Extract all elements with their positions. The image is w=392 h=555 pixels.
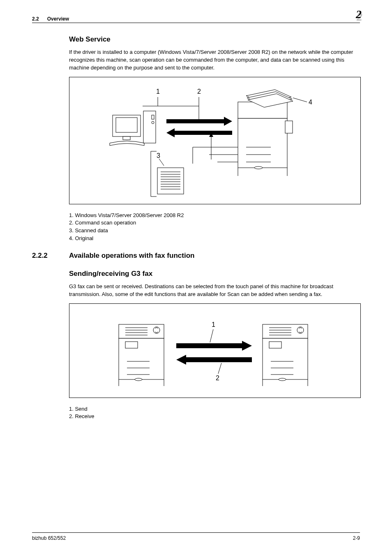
svg-rect-72 xyxy=(186,357,252,362)
legend-item: 2. Receive xyxy=(69,413,360,421)
mfp-left-icon xyxy=(119,324,164,386)
svg-line-22 xyxy=(293,98,307,102)
svg-point-47 xyxy=(135,378,142,381)
svg-rect-11 xyxy=(175,131,232,135)
legend-item: 2. Command scan operation xyxy=(69,219,360,227)
svg-rect-15 xyxy=(285,121,293,133)
legend-item: 1. Send xyxy=(69,405,360,413)
svg-rect-7 xyxy=(152,115,154,119)
svg-line-37 xyxy=(159,159,164,166)
svg-point-19 xyxy=(254,166,263,169)
chapter-badge: 2 xyxy=(356,8,362,21)
svg-rect-4 xyxy=(116,118,137,132)
svg-point-8 xyxy=(152,121,154,124)
g3-fax-heading: Sending/receiving G3 fax xyxy=(69,270,360,278)
g3-fax-paragraph: G3 fax can be sent or received. Destinat… xyxy=(69,283,360,298)
arrow-right-icon xyxy=(176,341,252,351)
arrow-right-icon xyxy=(166,117,232,126)
callout-2: 2 xyxy=(216,375,219,382)
legend-item: 1. Windows Vista/7/Server 2008/Server 20… xyxy=(69,212,360,220)
svg-rect-9 xyxy=(166,119,224,123)
section-number: 2.2.2 xyxy=(32,252,58,260)
callout-1: 1 xyxy=(212,321,215,328)
callout-2: 2 xyxy=(197,88,201,95)
svg-rect-5 xyxy=(123,136,130,140)
svg-marker-71 xyxy=(242,341,252,351)
figure-a-legend: 1. Windows Vista/7/Server 2008/Server 20… xyxy=(69,212,360,243)
svg-rect-69 xyxy=(269,342,281,348)
header-section-num: 2.2 xyxy=(32,16,39,22)
web-service-heading: Web Service xyxy=(69,35,360,44)
legend-item: 3. Scanned data xyxy=(69,227,360,235)
data-block-icon xyxy=(157,168,184,194)
arrow-left-icon xyxy=(166,128,232,137)
svg-line-75 xyxy=(218,363,221,374)
svg-marker-12 xyxy=(166,128,175,137)
page-header: 2.2 Overview 2 2 xyxy=(32,0,360,23)
callout-4: 4 xyxy=(309,99,312,106)
footer-left: bizhub 652/552 xyxy=(32,535,66,541)
callout-1: 1 xyxy=(156,88,160,95)
page-footer: bizhub 652/552 2-9 xyxy=(32,532,360,541)
header-section-title: Overview xyxy=(47,16,69,22)
figure-b-legend: 1. Send 2. Receive xyxy=(69,405,360,421)
figure-g3-fax: 1 2 xyxy=(69,303,361,398)
svg-rect-55 xyxy=(125,342,138,348)
svg-marker-73 xyxy=(176,355,186,365)
legend-item: 4. Original xyxy=(69,235,360,243)
computer-icon xyxy=(110,111,156,146)
mfp-right-icon xyxy=(263,324,308,386)
mfp-icon xyxy=(238,102,293,176)
svg-rect-70 xyxy=(176,343,242,348)
web-service-paragraph: If the driver is installed to a computer… xyxy=(69,49,360,72)
svg-line-74 xyxy=(210,329,213,342)
svg-rect-14 xyxy=(238,118,287,168)
callout-3: 3 xyxy=(157,152,160,159)
svg-point-61 xyxy=(279,378,286,381)
arrow-left-icon xyxy=(176,355,252,365)
section-title: Available operations with fax function xyxy=(69,252,194,260)
figure-web-service: 1 2 xyxy=(69,77,361,204)
svg-marker-10 xyxy=(224,117,232,126)
footer-right: 2-9 xyxy=(353,535,360,541)
